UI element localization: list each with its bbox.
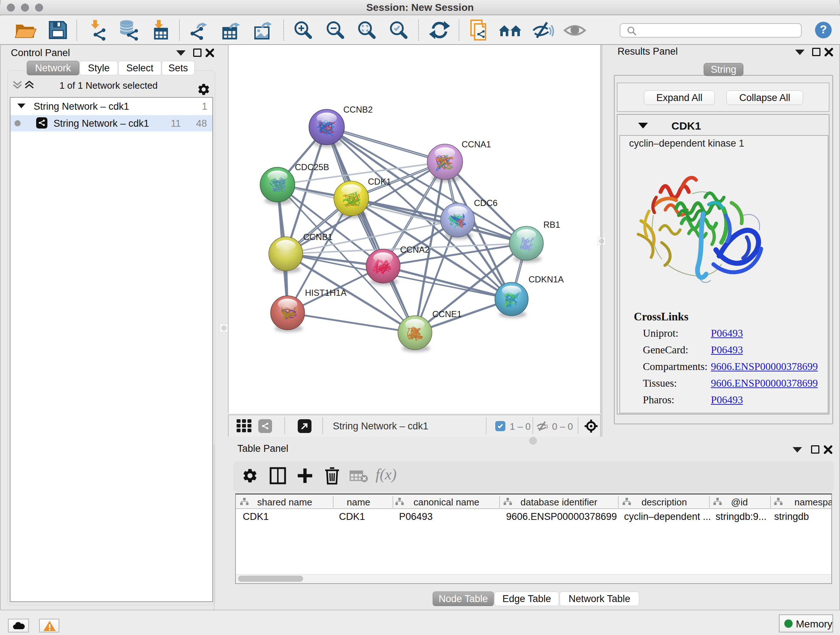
svg-text:CCNB1: CCNB1 <box>303 232 332 242</box>
svg-text:CDK1: CDK1 <box>368 177 391 187</box>
svg-text:CCNB2: CCNB2 <box>343 105 373 114</box>
svg-text:CCNA1: CCNA1 <box>462 139 491 149</box>
svg-text:CDC6: CDC6 <box>474 198 497 208</box>
svg-text:CCNE1: CCNE1 <box>432 309 462 319</box>
svg-text:HIST1H1A: HIST1H1A <box>305 288 347 298</box>
svg-text:CCNA2: CCNA2 <box>400 245 429 255</box>
svg-text:CDC25B: CDC25B <box>295 162 329 172</box>
svg-text:RB1: RB1 <box>543 220 561 230</box>
svg-text:CDKN1A: CDKN1A <box>529 274 564 284</box>
